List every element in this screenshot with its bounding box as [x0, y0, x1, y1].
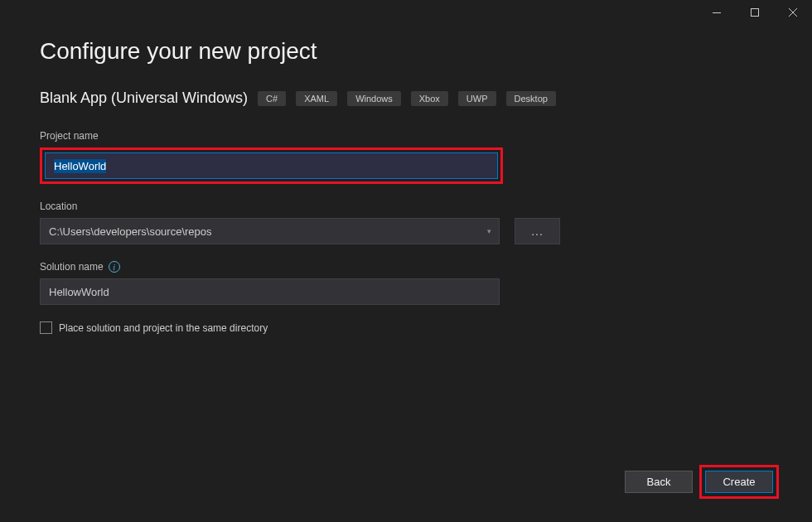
create-button-highlight: Create — [699, 465, 779, 499]
project-name-input[interactable]: HelloWorld — [45, 152, 498, 179]
solution-name-label: Solution name i — [40, 261, 772, 273]
solution-name-input[interactable] — [40, 278, 500, 305]
same-directory-checkbox[interactable] — [40, 321, 52, 334]
tag-uwp: UWP — [458, 91, 496, 106]
back-button[interactable]: Back — [625, 471, 693, 493]
tag-desktop: Desktop — [506, 91, 556, 106]
same-directory-label: Place solution and project in the same d… — [59, 322, 268, 334]
maximize-button[interactable] — [736, 0, 774, 25]
svg-rect-1 — [752, 9, 759, 17]
project-name-highlight: HelloWorld — [40, 147, 503, 184]
page-title: Configure your new project — [40, 38, 772, 65]
tag-xaml: XAML — [296, 91, 337, 106]
footer: Back Create — [625, 465, 779, 499]
browse-button[interactable]: ... — [515, 218, 560, 244]
location-label: Location — [40, 201, 772, 212]
location-input[interactable] — [40, 218, 500, 244]
template-row: Blank App (Universal Windows) C# XAML Wi… — [40, 89, 772, 107]
svg-rect-0 — [713, 12, 721, 13]
close-button[interactable] — [774, 0, 812, 25]
titlebar — [0, 0, 812, 25]
tag-xbox: Xbox — [411, 91, 448, 106]
tag-windows: Windows — [347, 91, 401, 106]
minimize-button[interactable] — [698, 0, 736, 25]
create-button[interactable]: Create — [705, 471, 773, 493]
tag-csharp: C# — [258, 91, 286, 106]
template-name: Blank App (Universal Windows) — [40, 89, 248, 107]
project-name-label: Project name — [40, 130, 772, 142]
info-icon[interactable]: i — [109, 261, 120, 273]
